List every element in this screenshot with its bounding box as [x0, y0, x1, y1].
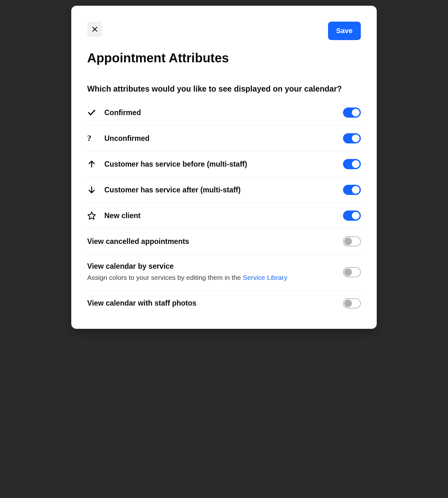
modal-subtitle: Which attributes would you like to see d… [87, 84, 361, 93]
toggle-service-before[interactable] [343, 159, 361, 169]
check-icon [87, 108, 100, 117]
option-label: View calendar with staff photos [87, 299, 343, 308]
attribute-label: Customer has service after (multi-staff) [104, 186, 343, 194]
attribute-row-new-client: New client [87, 203, 361, 229]
modal-title: Appointment Attributes [87, 51, 361, 65]
attributes-list: Confirmed ? Unconfirmed Customer has ser… [87, 100, 361, 316]
toggle-by-service[interactable] [343, 267, 361, 277]
svg-marker-4 [88, 212, 95, 219]
appointment-attributes-modal: Save Appointment Attributes Which attrib… [71, 6, 377, 329]
option-label: View cancelled appointments [87, 237, 343, 246]
toggle-staff-photos[interactable] [343, 298, 361, 308]
arrow-up-icon [87, 160, 100, 169]
attribute-row-service-before: Customer has service before (multi-staff… [87, 151, 361, 177]
attribute-label: New client [104, 211, 343, 220]
question-icon: ? [87, 134, 100, 143]
attribute-row-confirmed: Confirmed [87, 100, 361, 126]
option-desc-text: Assign colors to your services by editin… [87, 274, 243, 281]
toggle-unconfirmed[interactable] [343, 133, 361, 143]
modal-header: Save [87, 22, 361, 40]
attribute-row-unconfirmed: ? Unconfirmed [87, 126, 361, 151]
attribute-label: Confirmed [104, 108, 343, 117]
save-button[interactable]: Save [328, 22, 361, 40]
attribute-label: Unconfirmed [104, 134, 343, 143]
toggle-cancelled[interactable] [343, 236, 361, 246]
service-library-link[interactable]: Service Library [243, 274, 287, 281]
star-icon [87, 211, 100, 220]
option-label: View calendar by service [87, 262, 343, 271]
arrow-down-icon [87, 185, 100, 194]
toggle-service-after[interactable] [343, 185, 361, 195]
attribute-row-service-after: Customer has service after (multi-staff) [87, 177, 361, 203]
close-icon [91, 26, 98, 33]
toggle-confirmed[interactable] [343, 107, 361, 118]
close-button[interactable] [87, 22, 102, 37]
option-row-cancelled: View cancelled appointments [87, 229, 361, 254]
attribute-label: Customer has service before (multi-staff… [104, 160, 343, 169]
option-description: Assign colors to your services by editin… [87, 273, 343, 283]
option-row-by-service: View calendar by service Assign colors t… [87, 254, 361, 291]
option-row-staff-photos: View calendar with staff photos [87, 291, 361, 316]
toggle-new-client[interactable] [343, 211, 361, 221]
